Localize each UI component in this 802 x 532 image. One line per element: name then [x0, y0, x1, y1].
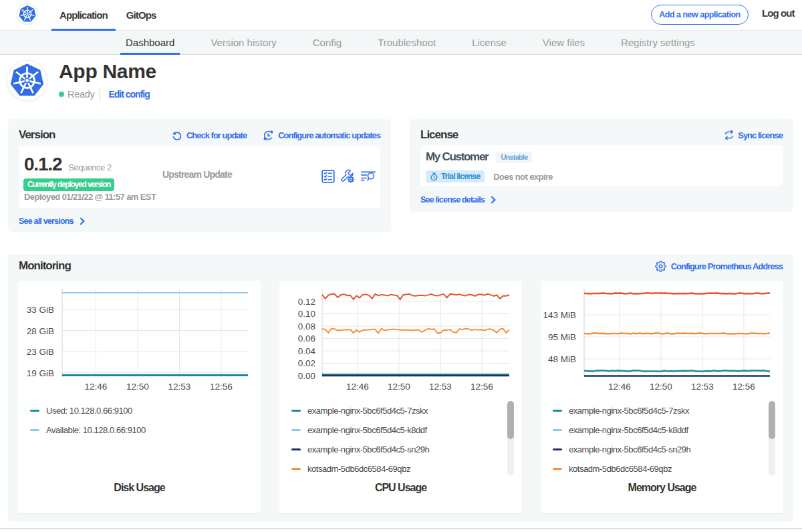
svg-text:0.08: 0.08 — [298, 321, 315, 331]
svg-text:12:50: 12:50 — [388, 382, 410, 392]
svg-text:19 GiB: 19 GiB — [27, 368, 54, 378]
svg-text:12:46: 12:46 — [608, 382, 631, 392]
svg-text:12:50: 12:50 — [126, 382, 149, 392]
svg-text:12:56: 12:56 — [471, 382, 493, 392]
svg-text:23 GiB: 23 GiB — [27, 347, 54, 357]
svg-text:28 GiB: 28 GiB — [27, 326, 54, 336]
svg-text:12:46: 12:46 — [85, 382, 108, 392]
svg-text:12:53: 12:53 — [429, 382, 452, 392]
svg-text:0.06: 0.06 — [298, 334, 315, 344]
svg-text:0.00: 0.00 — [298, 371, 315, 381]
svg-text:0.12: 0.12 — [298, 297, 315, 307]
svg-text:12:56: 12:56 — [210, 382, 233, 392]
svg-text:12:53: 12:53 — [168, 382, 191, 392]
svg-text:0.10: 0.10 — [298, 309, 315, 319]
svg-text:143 MiB: 143 MiB — [543, 310, 576, 320]
svg-text:12:53: 12:53 — [691, 382, 714, 392]
svg-text:12:56: 12:56 — [732, 382, 755, 392]
svg-text:33 GiB: 33 GiB — [27, 305, 54, 315]
svg-text:12:50: 12:50 — [650, 382, 672, 392]
svg-text:12:46: 12:46 — [346, 382, 369, 392]
svg-text:48 MiB: 48 MiB — [548, 354, 576, 364]
svg-text:0.04: 0.04 — [298, 346, 316, 356]
svg-text:0.02: 0.02 — [298, 358, 315, 368]
svg-text:95 MiB: 95 MiB — [548, 332, 576, 342]
